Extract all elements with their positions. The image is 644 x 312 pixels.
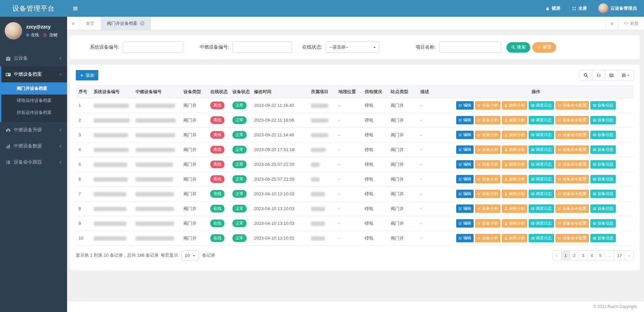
- action-device-info-button[interactable]: 设备信息: [590, 131, 616, 139]
- sys-device-no-input[interactable]: [123, 42, 183, 53]
- tab-close-icon[interactable]: ×: [140, 21, 145, 26]
- action-device-command-config-button[interactable]: 设备命令配置: [555, 160, 589, 169]
- action-fault-analysis-button[interactable]: 故障分析: [502, 190, 527, 198]
- table-refresh-button[interactable]: [592, 70, 605, 81]
- search-button[interactable]: 搜索: [506, 42, 530, 53]
- action-dispatch-log-button[interactable]: 调度日志: [529, 175, 554, 183]
- action-edit-button[interactable]: 编辑: [456, 101, 474, 110]
- action-device-info-button[interactable]: 设备信息: [590, 116, 616, 124]
- action-device-analysis-button[interactable]: 设备分析: [475, 131, 500, 139]
- action-fault-analysis-button[interactable]: 故障分析: [502, 116, 527, 124]
- action-fault-analysis-button[interactable]: 故障分析: [502, 145, 527, 154]
- lock-screen-button[interactable]: 锁屏: [545, 5, 560, 11]
- action-device-analysis-button[interactable]: 设备分析: [475, 175, 500, 183]
- tabs-scroll-right-button[interactable]: »: [605, 17, 618, 30]
- action-dispatch-log-button[interactable]: 调度日志: [529, 131, 554, 139]
- sidebar-subitem-valve-well-archive[interactable]: 阀门井设备档案: [0, 82, 67, 95]
- action-fault-analysis-button[interactable]: 故障分析: [502, 131, 527, 139]
- logout-link[interactable]: 注销: [49, 32, 57, 38]
- action-edit-button[interactable]: 编辑: [456, 131, 474, 139]
- fullscreen-button[interactable]: 全屏: [572, 5, 587, 11]
- action-edit-button[interactable]: 编辑: [456, 175, 474, 183]
- tab-valve-well-archive[interactable]: 阀门井设备档案 ×: [101, 17, 151, 30]
- action-fault-analysis-button[interactable]: 故障分析: [502, 219, 527, 228]
- action-dispatch-log-button[interactable]: 调度日志: [529, 116, 554, 124]
- action-device-analysis-button[interactable]: 设备分析: [475, 101, 500, 110]
- action-device-command-config-button[interactable]: 设备命令配置: [555, 204, 589, 213]
- action-device-command-config-button[interactable]: 设备命令配置: [555, 145, 589, 154]
- tab-refresh-button[interactable]: 刷新: [618, 17, 644, 30]
- action-device-info-button[interactable]: 设备信息: [590, 160, 616, 169]
- action-device-info-button[interactable]: 设备信息: [590, 204, 616, 213]
- table-columns-button[interactable]: [618, 70, 634, 81]
- page-5[interactable]: 5: [596, 250, 605, 260]
- page-next[interactable]: ›: [625, 250, 634, 260]
- action-device-analysis-button[interactable]: 设备分析: [475, 219, 500, 228]
- action-edit-button[interactable]: 编辑: [456, 234, 474, 242]
- action-device-info-button[interactable]: 设备信息: [590, 190, 616, 198]
- action-dispatch-log-button[interactable]: 调度日志: [529, 101, 554, 110]
- page-prev[interactable]: ‹: [552, 250, 561, 260]
- action-dispatch-log-button[interactable]: 调度日志: [529, 234, 554, 242]
- action-dispatch-log-button[interactable]: 调度日志: [529, 204, 554, 213]
- page-4[interactable]: 4: [587, 250, 596, 260]
- sidebar-item-gas-device-data[interactable]: 中燃设备数据: [0, 138, 67, 154]
- action-device-command-config-button[interactable]: 设备命令配置: [555, 234, 589, 242]
- page-17[interactable]: 17: [614, 250, 625, 260]
- action-edit-button[interactable]: 编辑: [456, 116, 474, 124]
- action-edit-button[interactable]: 编辑: [456, 204, 474, 213]
- action-edit-button[interactable]: 编辑: [456, 145, 474, 154]
- table-search-button[interactable]: [579, 70, 592, 81]
- page-2[interactable]: 2: [570, 250, 579, 260]
- action-device-command-config-button[interactable]: 设备命令配置: [555, 175, 589, 183]
- action-device-analysis-button[interactable]: 设备分析: [475, 145, 500, 154]
- add-button[interactable]: 添加: [76, 70, 98, 80]
- action-device-command-config-button[interactable]: 设备命令配置: [555, 101, 589, 110]
- action-edit-button[interactable]: 编辑: [456, 219, 474, 228]
- reset-button[interactable]: 重置: [532, 42, 556, 53]
- action-device-info-button[interactable]: 设备信息: [590, 219, 616, 228]
- sidebar-subitem-lithium-remote-archive[interactable]: 锂电远传设备档案: [1, 95, 67, 107]
- online-status-badge: 离线: [210, 131, 224, 139]
- online-status-select[interactable]: --请选择--: [326, 42, 379, 53]
- table-toggle-view-button[interactable]: [605, 70, 618, 81]
- header-user-menu[interactable]: 云设备管理员: [598, 3, 637, 13]
- gas-device-no-input[interactable]: [232, 42, 292, 53]
- sidebar-toggle-button[interactable]: [72, 6, 78, 11]
- action-device-command-config-button[interactable]: 设备命令配置: [555, 116, 589, 124]
- action-device-info-button[interactable]: 设备信息: [590, 175, 616, 183]
- page-size-dropdown[interactable]: 10: [181, 250, 199, 260]
- tab-home[interactable]: 首页: [80, 17, 101, 30]
- page-3[interactable]: 3: [579, 250, 588, 260]
- action-dispatch-log-button[interactable]: 调度日志: [529, 160, 554, 169]
- action-device-info-button[interactable]: 设备信息: [590, 234, 616, 242]
- action-device-analysis-button[interactable]: 设备分析: [475, 204, 500, 213]
- sidebar-item-device-command-track[interactable]: 设备命令跟踪: [0, 154, 67, 170]
- sidebar-item-gas-device-archive[interactable]: 中燃设备档案: [1, 66, 67, 82]
- tabs-scroll-left-button[interactable]: «: [67, 17, 80, 30]
- action-fault-analysis-button[interactable]: 故障分析: [502, 204, 527, 213]
- sidebar-subitem-assembled-remote-archive[interactable]: 拼装远传设备档案: [1, 107, 67, 119]
- action-dispatch-log-button[interactable]: 调度日志: [529, 190, 554, 198]
- action-fault-analysis-button[interactable]: 故障分析: [502, 160, 527, 169]
- action-dispatch-log-button[interactable]: 调度日志: [529, 145, 554, 154]
- action-fault-analysis-button[interactable]: 故障分析: [502, 101, 527, 110]
- action-edit-button[interactable]: 编辑: [456, 160, 474, 169]
- sidebar-item-cloud-devices[interactable]: 云设备: [0, 50, 67, 66]
- action-device-command-config-button[interactable]: 设备命令配置: [555, 131, 589, 139]
- project-name-input[interactable]: [439, 42, 501, 53]
- action-device-analysis-button[interactable]: 设备分析: [475, 160, 500, 169]
- action-device-info-button[interactable]: 设备信息: [590, 101, 616, 110]
- action-fault-analysis-button[interactable]: 故障分析: [502, 175, 527, 183]
- action-device-analysis-button[interactable]: 设备分析: [475, 190, 500, 198]
- page-1[interactable]: 1: [561, 250, 570, 260]
- action-device-command-config-button[interactable]: 设备命令配置: [555, 190, 589, 198]
- action-fault-analysis-button[interactable]: 故障分析: [502, 234, 527, 242]
- action-device-info-button[interactable]: 设备信息: [590, 145, 616, 154]
- action-device-analysis-button[interactable]: 设备分析: [475, 116, 500, 124]
- action-device-command-config-button[interactable]: 设备命令配置: [555, 219, 589, 228]
- action-device-analysis-button[interactable]: 设备分析: [475, 234, 500, 242]
- sidebar-item-gas-device-upgrade[interactable]: 中燃设备升级: [0, 122, 67, 138]
- action-edit-button[interactable]: 编辑: [456, 190, 474, 198]
- action-dispatch-log-button[interactable]: 调度日志: [529, 219, 554, 228]
